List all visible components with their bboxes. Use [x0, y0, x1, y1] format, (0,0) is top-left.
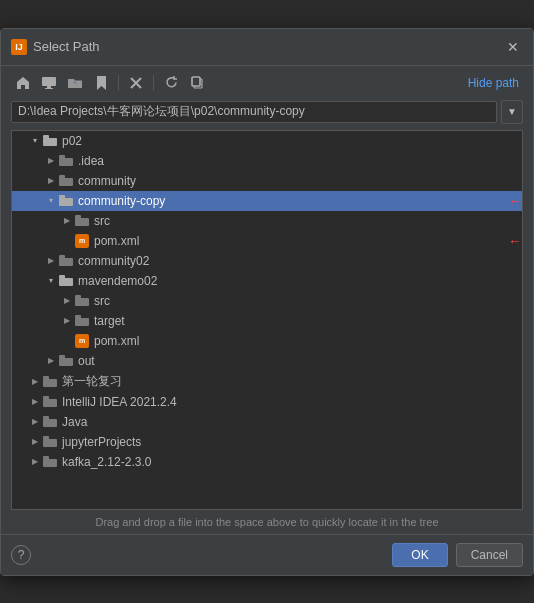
- svg-rect-1: [47, 86, 51, 88]
- tree-arrow: ▶: [60, 216, 74, 225]
- dialog-title: Select Path: [33, 39, 100, 54]
- refresh-button[interactable]: [159, 72, 183, 94]
- tree-item-kafka[interactable]: ▶kafka_2.12-2.3.0: [12, 452, 522, 472]
- toolbar-separator-1: [118, 75, 119, 91]
- svg-rect-0: [42, 77, 56, 86]
- toolbar-separator-2: [153, 75, 154, 91]
- tree-item-label: community: [78, 174, 522, 188]
- action-buttons: OK Cancel: [392, 543, 523, 567]
- folder-icon: [42, 434, 58, 450]
- tree-item-idea[interactable]: ▶.idea: [12, 151, 522, 171]
- tree-item-pom1[interactable]: mpom.xml←: [12, 231, 522, 251]
- folder-icon: [58, 253, 74, 269]
- tree-item-label: kafka_2.12-2.3.0: [62, 455, 522, 469]
- tree-item-label: jupyterProjects: [62, 435, 522, 449]
- desktop-button[interactable]: [37, 72, 61, 94]
- tree-arrow: ▶: [28, 377, 42, 386]
- tree-item-pom2[interactable]: mpom.xml: [12, 331, 522, 351]
- tree-arrow: ▾: [44, 196, 58, 205]
- folder-icon: [74, 313, 90, 329]
- bottom-bar: ? OK Cancel: [1, 534, 533, 575]
- tree-item-community02[interactable]: ▶community02: [12, 251, 522, 271]
- toolbar-left: +: [11, 72, 209, 94]
- home-button[interactable]: [11, 72, 35, 94]
- folder-icon: [42, 414, 58, 430]
- status-bar: Drag and drop a file into the space abov…: [1, 510, 533, 534]
- tree-item-label: out: [78, 354, 522, 368]
- title-bar: IJ Select Path ✕: [1, 29, 533, 66]
- svg-rect-7: [192, 77, 200, 86]
- delete-button[interactable]: [124, 72, 148, 94]
- path-dropdown-button[interactable]: ▼: [501, 100, 523, 124]
- tree-item-src2[interactable]: ▶src: [12, 291, 522, 311]
- tree-item-label: 第一轮复习: [62, 373, 522, 390]
- tree-item-label: Java: [62, 415, 522, 429]
- tree-item-label: mavendemo02: [78, 274, 522, 288]
- tree-item-mavendemo02[interactable]: ▾mavendemo02: [12, 271, 522, 291]
- folder-icon: [58, 193, 74, 209]
- pom-icon: m: [74, 233, 90, 249]
- red-arrow-indicator: ←: [508, 193, 522, 209]
- hide-path-button[interactable]: Hide path: [464, 74, 523, 92]
- select-path-dialog: IJ Select Path ✕ +: [0, 28, 534, 576]
- tree-item-community-copy[interactable]: ▾community-copy←: [12, 191, 522, 211]
- tree-arrow: ▶: [60, 296, 74, 305]
- ok-button[interactable]: OK: [392, 543, 447, 567]
- tree-item-target[interactable]: ▶target: [12, 311, 522, 331]
- path-input[interactable]: [11, 101, 497, 123]
- tree-item-jupyter[interactable]: ▶jupyterProjects: [12, 432, 522, 452]
- tree-item-intellij[interactable]: ▶IntelliJ IDEA 2021.2.4: [12, 392, 522, 412]
- tree-arrow: ▶: [44, 256, 58, 265]
- tree-item-label: p02: [62, 134, 522, 148]
- title-bar-left: IJ Select Path: [11, 39, 100, 55]
- folder-icon: [42, 394, 58, 410]
- pom-icon: m: [74, 333, 90, 349]
- red-arrow-indicator: ←: [508, 233, 522, 249]
- new-folder-button[interactable]: +: [63, 72, 87, 94]
- tree-arrow: ▶: [28, 417, 42, 426]
- folder-icon: [58, 353, 74, 369]
- tree-item-label: pom.xml: [94, 234, 504, 248]
- tree-arrow: ▾: [44, 276, 58, 285]
- folder-icon: [42, 133, 58, 149]
- path-bar: ▼: [11, 100, 523, 124]
- close-button[interactable]: ✕: [503, 37, 523, 57]
- tree-arrow: ▶: [28, 457, 42, 466]
- folder-icon: [58, 153, 74, 169]
- tree-item-java[interactable]: ▶Java: [12, 412, 522, 432]
- tree-arrow: ▶: [60, 316, 74, 325]
- tree-item-src[interactable]: ▶src: [12, 211, 522, 231]
- folder-icon: [42, 454, 58, 470]
- bookmark-button[interactable]: [89, 72, 113, 94]
- tree-item-label: src: [94, 214, 522, 228]
- tree-arrow: ▶: [44, 176, 58, 185]
- folder-icon: [58, 273, 74, 289]
- tree-item-p02[interactable]: ▾p02: [12, 131, 522, 151]
- tree-item-review[interactable]: ▶第一轮复习: [12, 371, 522, 392]
- help-button[interactable]: ?: [11, 545, 31, 565]
- tree-item-label: target: [94, 314, 522, 328]
- folder-icon: [42, 373, 58, 389]
- folder-icon: [74, 293, 90, 309]
- tree-item-label: .idea: [78, 154, 522, 168]
- cancel-button[interactable]: Cancel: [456, 543, 523, 567]
- tree-item-label: src: [94, 294, 522, 308]
- tree-item-label: IntelliJ IDEA 2021.2.4: [62, 395, 522, 409]
- tree-arrow: ▾: [28, 136, 42, 145]
- app-icon: IJ: [11, 39, 27, 55]
- tree-item-community[interactable]: ▶community: [12, 171, 522, 191]
- file-tree[interactable]: ▾p02▶.idea▶community▾community-copy←▶src…: [11, 130, 523, 510]
- tree-item-label: pom.xml: [94, 334, 522, 348]
- tree-arrow: ▶: [28, 397, 42, 406]
- tree-item-label: community-copy: [78, 194, 504, 208]
- copy-path-button[interactable]: [185, 72, 209, 94]
- tree-arrow: ▶: [28, 437, 42, 446]
- tree-arrow: ▶: [44, 356, 58, 365]
- tree-arrow: ▶: [44, 156, 58, 165]
- toolbar: + Hide path: [1, 66, 533, 100]
- tree-item-label: community02: [78, 254, 522, 268]
- folder-icon: [58, 173, 74, 189]
- svg-rect-2: [45, 88, 53, 89]
- tree-item-out[interactable]: ▶out: [12, 351, 522, 371]
- folder-icon: [74, 213, 90, 229]
